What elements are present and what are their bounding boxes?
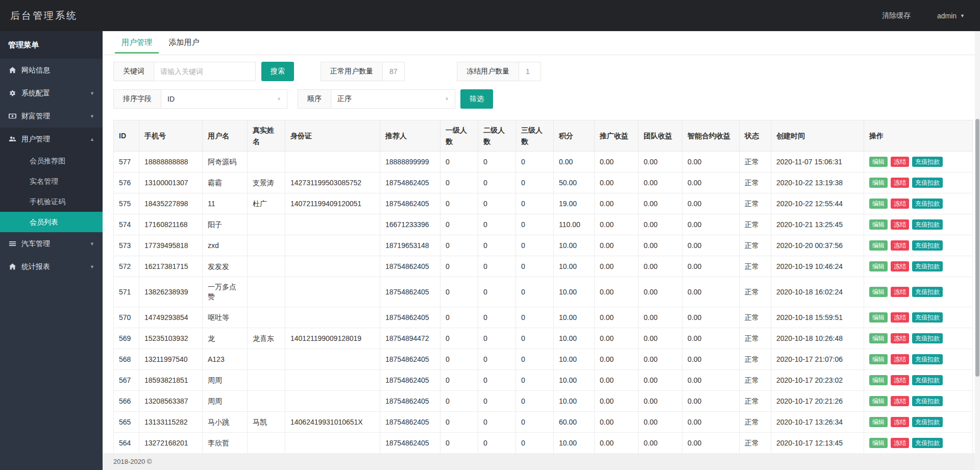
recharge-deduct-button[interactable]: 充值扣款 <box>912 199 943 209</box>
edit-button[interactable]: 编辑 <box>869 375 888 385</box>
freeze-button[interactable]: 冻结 <box>891 438 909 448</box>
sort-field-select[interactable]: ID ▼ <box>161 90 287 108</box>
freeze-button[interactable]: 冻结 <box>891 178 909 188</box>
recharge-deduct-button[interactable]: 充值扣款 <box>912 178 943 188</box>
recharge-deduct-button[interactable]: 充值扣款 <box>912 312 943 323</box>
cell-created-at: 2020-10-18 15:59:51 <box>771 307 864 328</box>
cell-promo-income: 0.00 <box>595 172 639 193</box>
sidebar-subitem-phone-captcha[interactable]: 手机验证码 <box>0 191 103 212</box>
sidebar-item-system-config[interactable]: 系统配置▼ <box>0 82 103 105</box>
recharge-deduct-button[interactable]: 充值扣款 <box>912 261 943 271</box>
tab-user-management[interactable]: 用户管理 <box>115 31 159 54</box>
sidebar-subitem-realname-management[interactable]: 实名管理 <box>0 171 103 191</box>
filter-button[interactable]: 筛选 <box>460 89 493 109</box>
freeze-button[interactable]: 冻结 <box>891 333 909 343</box>
sidebar-subitem-member-list[interactable]: 会员列表 <box>0 212 103 232</box>
freeze-button[interactable]: 冻结 <box>891 354 909 364</box>
tab-add-user[interactable]: 添加用户 <box>162 31 206 54</box>
table-row: 57417160821168阳子16671233396000110.000.00… <box>114 214 973 235</box>
gears-icon <box>9 89 16 97</box>
chevron-down-icon: ▼ <box>445 96 449 102</box>
cell-idcard <box>285 152 380 172</box>
cell-referrer: 18754862405 <box>380 256 440 277</box>
cell-level3-count: 0 <box>516 214 554 235</box>
cell-id: 569 <box>114 328 139 349</box>
cell-promo-income: 0.00 <box>595 349 639 370</box>
order-label: 顺序 <box>298 90 331 108</box>
sidebar-item-wealth-management[interactable]: 财富管理▼ <box>0 105 103 128</box>
scrollbar-thumb[interactable] <box>975 119 979 377</box>
edit-button[interactable]: 编辑 <box>869 287 888 297</box>
sidebar-item-label: 用户管理 <box>21 135 50 144</box>
cell-team-income: 0.00 <box>639 433 682 454</box>
freeze-button[interactable]: 冻结 <box>891 199 909 209</box>
chevron-down-icon: ▼ <box>277 96 281 102</box>
edit-button[interactable]: 编辑 <box>869 240 888 251</box>
freeze-button[interactable]: 冻结 <box>891 417 909 427</box>
edit-button[interactable]: 编辑 <box>869 178 888 188</box>
recharge-deduct-button[interactable]: 充值扣款 <box>912 287 943 297</box>
edit-button[interactable]: 编辑 <box>869 333 888 343</box>
freeze-button[interactable]: 冻结 <box>891 240 909 251</box>
cell-status: 正常 <box>740 152 771 172</box>
cell-contract-income: 0.00 <box>682 256 740 277</box>
cell-username: zxd <box>203 235 248 256</box>
vertical-scrollbar[interactable] <box>975 31 980 470</box>
freeze-button[interactable]: 冻结 <box>891 287 909 297</box>
user-menu[interactable]: admin ▼ <box>937 12 965 20</box>
edit-button[interactable]: 编辑 <box>869 354 888 364</box>
cell-actions: 编辑冻结充值扣款 <box>864 370 973 391</box>
edit-button[interactable]: 编辑 <box>869 438 888 448</box>
recharge-deduct-button[interactable]: 充值扣款 <box>912 219 943 230</box>
cell-referrer: 18754862405 <box>380 433 440 454</box>
clear-cache-button[interactable]: 清除缓存 <box>882 11 911 20</box>
edit-button[interactable]: 编辑 <box>869 157 888 167</box>
frozen-users-label: 冻结用户数量 <box>457 62 519 81</box>
column-header-level1-count: 一级人数 <box>440 120 478 152</box>
cell-username: 周周 <box>203 391 248 412</box>
recharge-deduct-button[interactable]: 充值扣款 <box>912 354 943 364</box>
sidebar-item-statistics-report[interactable]: 统计报表▼ <box>0 255 103 278</box>
edit-button[interactable]: 编辑 <box>869 396 888 406</box>
edit-button[interactable]: 编辑 <box>869 312 888 323</box>
recharge-deduct-button[interactable]: 充值扣款 <box>912 417 943 427</box>
edit-button[interactable]: 编辑 <box>869 199 888 209</box>
sidebar-item-user-management[interactable]: 用户管理▲ <box>0 128 103 151</box>
sidebar-item-site-info[interactable]: 网站信息 <box>0 59 103 82</box>
order-select[interactable]: 正序 ▼ <box>331 90 455 108</box>
cell-team-income: 0.00 <box>639 328 682 349</box>
recharge-deduct-button[interactable]: 充值扣款 <box>912 396 943 406</box>
recharge-deduct-button[interactable]: 充值扣款 <box>912 157 943 167</box>
edit-button[interactable]: 编辑 <box>869 417 888 427</box>
table-row: 57317739495818zxd1871965314800010.000.00… <box>114 235 973 256</box>
sidebar-subitem-member-recommend-chart[interactable]: 会员推荐图 <box>0 151 103 171</box>
cell-actions: 编辑冻结充值扣款 <box>864 412 973 433</box>
cell-contract-income: 0.00 <box>682 412 740 433</box>
freeze-button[interactable]: 冻结 <box>891 396 909 406</box>
cell-team-income: 0.00 <box>639 307 682 328</box>
cell-contract-income: 0.00 <box>682 433 740 454</box>
home-icon <box>9 66 16 74</box>
keyword-input[interactable] <box>154 62 255 81</box>
column-header-username: 用户名 <box>203 120 248 152</box>
cell-team-income: 0.00 <box>639 256 682 277</box>
sidebar-item-car-management[interactable]: 汽车管理▼ <box>0 232 103 255</box>
edit-button[interactable]: 编辑 <box>869 219 888 230</box>
cell-status: 正常 <box>740 193 771 214</box>
search-button[interactable]: 搜索 <box>261 62 294 81</box>
recharge-deduct-button[interactable]: 充值扣款 <box>912 375 943 385</box>
freeze-button[interactable]: 冻结 <box>891 261 909 271</box>
edit-button[interactable]: 编辑 <box>869 261 888 271</box>
freeze-button[interactable]: 冻结 <box>891 157 909 167</box>
cell-points: 10.00 <box>554 256 595 277</box>
cell-username: 阳子 <box>203 214 248 235</box>
cell-username: 11 <box>203 193 248 214</box>
freeze-button[interactable]: 冻结 <box>891 312 909 323</box>
recharge-deduct-button[interactable]: 充值扣款 <box>912 333 943 343</box>
recharge-deduct-button[interactable]: 充值扣款 <box>912 240 943 251</box>
recharge-deduct-button[interactable]: 充值扣款 <box>912 438 943 448</box>
freeze-button[interactable]: 冻结 <box>891 375 909 385</box>
normal-users-label: 正常用户数量 <box>321 62 383 81</box>
freeze-button[interactable]: 冻结 <box>891 219 909 230</box>
cell-actions: 编辑冻结充值扣款 <box>864 235 973 256</box>
